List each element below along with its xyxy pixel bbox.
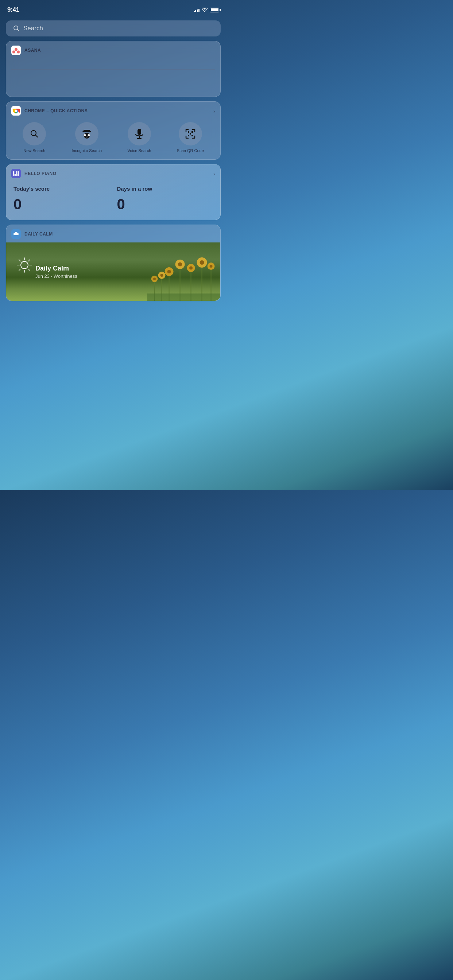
voice-circle xyxy=(128,122,151,145)
asana-app-name: ASANA xyxy=(24,48,41,53)
qr-circle xyxy=(179,122,202,145)
svg-line-9 xyxy=(35,135,38,137)
chrome-actions: New Search xyxy=(6,119,220,159)
svg-rect-20 xyxy=(191,131,193,133)
chrome-action-incognito[interactable]: Incognito Search xyxy=(72,122,102,153)
piano-score-label: Today's score xyxy=(13,186,110,192)
calm-text-overlay: Daily Calm Jun 23 · Worthiness xyxy=(35,265,77,279)
svg-point-53 xyxy=(21,261,28,269)
asana-body xyxy=(6,64,220,97)
new-search-circle xyxy=(22,122,46,145)
main-content: Search ASANA xyxy=(0,18,226,309)
asana-widget: ASANA xyxy=(6,41,221,97)
svg-rect-13 xyxy=(83,134,86,136)
calm-banner[interactable]: Daily Calm Jun 23 · Worthiness xyxy=(6,242,220,301)
chrome-action-qr[interactable]: Scan QR Code xyxy=(177,122,204,153)
chrome-chevron-icon: › xyxy=(214,108,215,114)
piano-header: HELLO PIANO › xyxy=(6,164,220,182)
calm-app-name: DAILY CALM xyxy=(24,232,53,237)
calm-icon xyxy=(11,229,21,239)
piano-days-value: 0 xyxy=(117,196,214,213)
svg-rect-14 xyxy=(88,134,90,136)
incognito-label: Incognito Search xyxy=(72,148,102,153)
asana-icon xyxy=(11,46,21,55)
svg-point-2 xyxy=(14,48,18,51)
incognito-icon xyxy=(81,129,92,139)
chrome-widget: CHROME – QUICK ACTIONS › New Search xyxy=(6,101,221,160)
hello-piano-widget: HELLO PIANO › Today's score 0 Days in a … xyxy=(6,164,221,220)
calm-flowers-svg xyxy=(81,242,220,301)
wifi-icon xyxy=(202,8,207,12)
svg-point-47 xyxy=(190,267,193,270)
asana-divider-1 xyxy=(11,64,215,64)
svg-rect-23 xyxy=(190,133,191,135)
chrome-app-name: CHROME – QUICK ACTIONS xyxy=(24,108,88,113)
new-search-label: New Search xyxy=(23,148,45,153)
chrome-logo xyxy=(13,107,20,115)
svg-line-1 xyxy=(18,30,19,31)
new-search-icon xyxy=(29,129,39,139)
signal-icon xyxy=(194,8,200,12)
piano-days-label: Days in a row xyxy=(117,186,214,192)
calm-banner-background: Daily Calm Jun 23 · Worthiness xyxy=(6,242,220,301)
search-placeholder: Search xyxy=(23,25,43,32)
svg-point-4 xyxy=(17,51,20,54)
piano-chevron-icon: › xyxy=(214,170,215,177)
calm-sun-icon xyxy=(16,257,32,273)
piano-stat-score: Today's score 0 xyxy=(13,186,110,213)
svg-rect-19 xyxy=(188,131,189,133)
svg-rect-52 xyxy=(147,293,220,301)
svg-point-49 xyxy=(210,265,213,267)
svg-point-45 xyxy=(167,270,171,274)
svg-point-48 xyxy=(200,260,204,265)
calm-banner-title: Daily Calm xyxy=(35,265,77,272)
chrome-icon xyxy=(11,106,21,116)
svg-line-59 xyxy=(29,269,30,270)
calm-logo xyxy=(13,232,19,237)
calm-header: DAILY CALM xyxy=(6,225,220,242)
search-bar[interactable]: Search xyxy=(6,21,221,37)
svg-point-50 xyxy=(161,274,163,277)
svg-rect-11 xyxy=(83,131,91,132)
svg-rect-16 xyxy=(137,129,141,135)
chrome-header: CHROME – QUICK ACTIONS › xyxy=(6,102,220,119)
asana-header: ASANA xyxy=(6,41,220,59)
piano-logo xyxy=(13,170,19,177)
incognito-circle xyxy=(75,122,99,145)
daily-calm-widget: DAILY CALM xyxy=(6,224,221,301)
status-bar: 9:41 xyxy=(0,0,226,18)
piano-stat-days: Days in a row 0 xyxy=(117,186,214,213)
battery-icon xyxy=(210,8,219,13)
qr-code-icon xyxy=(185,128,196,139)
svg-point-51 xyxy=(153,278,156,280)
svg-rect-21 xyxy=(188,135,189,136)
asana-logo xyxy=(13,47,20,54)
svg-rect-22 xyxy=(191,135,193,136)
qr-code-label: Scan QR Code xyxy=(177,148,204,153)
voice-search-label: Voice Search xyxy=(128,148,152,153)
chrome-action-new-search[interactable]: New Search xyxy=(22,122,46,153)
svg-point-46 xyxy=(179,262,182,267)
svg-line-58 xyxy=(19,259,21,261)
status-icons xyxy=(194,8,220,13)
asana-divider-2 xyxy=(11,69,215,70)
chrome-action-voice[interactable]: Voice Search xyxy=(128,122,152,153)
calm-banner-subtitle: Jun 23 · Worthiness xyxy=(35,274,77,279)
piano-app-name: HELLO PIANO xyxy=(24,171,57,176)
svg-line-60 xyxy=(29,259,30,261)
piano-body: Today's score 0 Days in a row 0 xyxy=(6,182,220,220)
piano-icon xyxy=(11,169,21,178)
search-icon xyxy=(13,25,20,32)
svg-line-61 xyxy=(19,269,21,270)
svg-point-7 xyxy=(15,110,18,112)
svg-point-3 xyxy=(13,51,15,54)
voice-search-icon xyxy=(135,128,144,139)
status-time: 9:41 xyxy=(7,6,19,13)
piano-score-value: 0 xyxy=(13,196,110,213)
